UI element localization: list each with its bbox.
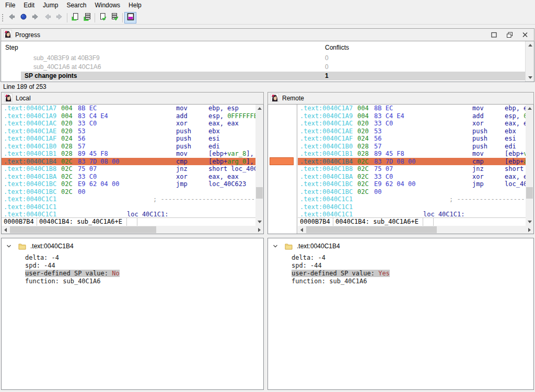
local-pane: Local .text:0040C1A70048B ECmovebp, esp.… bbox=[1, 92, 264, 234]
disasm-line[interactable]: .text:0040C1AC02033 C0xoreax, eax bbox=[2, 120, 255, 128]
scroll-down-icon[interactable] bbox=[258, 221, 262, 223]
forward-button[interactable] bbox=[29, 12, 41, 24]
scroll-up-icon[interactable] bbox=[528, 44, 532, 47]
tree-node[interactable]: .text:0040C1B4 bbox=[6, 241, 263, 251]
conflict-marker[interactable] bbox=[270, 157, 294, 165]
operand-segment: ebx bbox=[208, 128, 220, 135]
detail-line[interactable]: function: sub_40C1A6 bbox=[25, 278, 263, 285]
disasm-sp: 028 bbox=[357, 150, 374, 158]
menu-help[interactable]: Help bbox=[124, 0, 146, 11]
column-header-step[interactable]: Step bbox=[1, 44, 18, 51]
disasm-line[interactable]: .text:0040C1BC02CE9 62 04 00jmploc_40C62… bbox=[2, 180, 255, 188]
use-local-list-button[interactable] bbox=[81, 12, 93, 24]
menu-jump[interactable]: Jump bbox=[39, 0, 62, 11]
back-button[interactable] bbox=[5, 12, 17, 24]
disasm-line[interactable]: .text:0040C1BA02C33 C0xoreax, eax bbox=[2, 173, 255, 181]
accept-page-button[interactable] bbox=[97, 12, 109, 24]
remote-horizontal-scrollbar[interactable] bbox=[298, 226, 533, 234]
local-vertical-scrollbar[interactable] bbox=[255, 105, 263, 226]
detail-line[interactable]: spd: -44 bbox=[292, 262, 533, 270]
scrollbar-thumb[interactable] bbox=[526, 187, 533, 199]
disasm-line[interactable]: .text:0040C1AC02033 C0xoreax, eax bbox=[298, 120, 526, 128]
disasm-line[interactable]: .text:0040C1AF02456pushesi bbox=[298, 135, 526, 143]
disasm-line[interactable]: .text:0040C1AE02053pushebx bbox=[298, 128, 526, 135]
disasm-line[interactable]: .text:0040C1B402C83 7D 08 00cmp[ebp+arg_… bbox=[2, 158, 255, 166]
disasm-line[interactable]: .text:0040C1AF02456pushesi bbox=[2, 135, 255, 143]
disasm-line[interactable]: .text:0040C1C1; ------------------------… bbox=[2, 195, 255, 203]
next-button[interactable] bbox=[53, 12, 65, 24]
disasm-operands: esi bbox=[505, 135, 526, 143]
scrollbar-thumb[interactable] bbox=[10, 226, 156, 233]
scroll-right-icon[interactable] bbox=[528, 228, 531, 232]
disasm-line[interactable]: .text:0040C1B402C83 7D 08 00cmp[ebp+arg_… bbox=[298, 158, 526, 166]
disasm-line[interactable]: .text:0040C1A70048B ECmovebp, esp bbox=[2, 105, 255, 112]
disasm-line[interactable]: .text:0040C1AE02053pushebx bbox=[2, 128, 255, 135]
menu-windows[interactable]: Windows bbox=[90, 0, 124, 11]
disasm-line[interactable]: .text:0040C1BC02C00 bbox=[2, 188, 255, 196]
disasm-mnemonic: cmp bbox=[176, 158, 208, 166]
merge-view-icon bbox=[126, 13, 135, 22]
disasm-bytes: 57 bbox=[374, 143, 472, 151]
restore-button[interactable] bbox=[503, 30, 516, 40]
disasm-line[interactable]: .text:0040C1B002857pushedi bbox=[298, 143, 526, 151]
detail-line[interactable]: user-defined SP value: No bbox=[25, 270, 263, 278]
disasm-line[interactable]: .text:0040C1B102889 45 F8mov[ebp+var_8],… bbox=[2, 150, 255, 158]
disasm-line[interactable]: .text:0040C1C1loc_40C1C1: bbox=[2, 211, 255, 217]
disasm-line[interactable]: .text:0040C1C1loc_40C1C1: bbox=[298, 211, 526, 217]
disasm-line[interactable]: .text:0040C1C1 bbox=[298, 203, 526, 211]
disasm-line[interactable]: .text:0040C1C1; ------------------------… bbox=[298, 195, 526, 203]
menu-edit[interactable]: Edit bbox=[19, 0, 39, 11]
disasm-line[interactable]: .text:0040C1B002857pushedi bbox=[2, 143, 255, 151]
disasm-mnemonic: jmp bbox=[472, 180, 505, 188]
previous-button[interactable] bbox=[41, 12, 53, 24]
chevron-down-icon[interactable] bbox=[272, 243, 280, 249]
disasm-line[interactable]: .text:0040C1B802C75 07jnzshort loc_40C1C… bbox=[298, 165, 526, 173]
menu-file[interactable]: File bbox=[1, 0, 19, 11]
disasm-line[interactable]: .text:0040C1A900483 C4 E4addesp, 0FFFFFF… bbox=[298, 112, 526, 120]
back-arrow-icon bbox=[7, 13, 16, 22]
detail-line[interactable]: user-defined SP value: Yes bbox=[292, 270, 533, 278]
detail-line[interactable]: spd: -44 bbox=[25, 262, 263, 270]
disasm-line[interactable]: .text:0040C1B802C75 07jnzshort loc_40C1C… bbox=[2, 165, 255, 173]
detail-value: No bbox=[112, 270, 119, 277]
progress-row[interactable]: sub_40B3F9 at 40B3F90 bbox=[1, 54, 525, 63]
scroll-left-icon[interactable] bbox=[300, 228, 303, 232]
disasm-line[interactable]: .text:0040C1BA02C33 C0xoreax, eax bbox=[298, 173, 526, 181]
disasm-line[interactable]: .text:0040C1A70048B ECmovebp, esp bbox=[298, 105, 526, 112]
close-icon[interactable] bbox=[519, 30, 531, 40]
scroll-up-icon[interactable] bbox=[258, 107, 262, 110]
disasm-line[interactable]: .text:0040C1B102889 45 F8mov[ebp+var_8],… bbox=[298, 150, 526, 158]
operand-segment: [ebp+ bbox=[505, 158, 524, 165]
tree-node[interactable]: .text:0040C1B4 bbox=[272, 241, 533, 251]
chevron-down-icon[interactable] bbox=[6, 243, 13, 249]
remote-vertical-scrollbar[interactable] bbox=[526, 105, 533, 226]
disasm-line[interactable]: .text:0040C1A900483 C4 E4addesp, 0FFFFFF… bbox=[2, 112, 255, 120]
scroll-left-icon[interactable] bbox=[4, 228, 7, 232]
detail-line[interactable]: delta: -4 bbox=[292, 254, 533, 262]
stop-button[interactable] bbox=[17, 12, 29, 24]
scroll-up-icon[interactable] bbox=[528, 107, 532, 110]
disasm-line[interactable]: .text:0040C1C1 bbox=[2, 203, 255, 211]
detail-line[interactable]: delta: -4 bbox=[25, 254, 263, 262]
scrollbar-thumb[interactable] bbox=[256, 187, 263, 199]
use-local-page-button[interactable] bbox=[69, 12, 81, 24]
progress-row[interactable]: SP change points1 bbox=[1, 72, 525, 80]
detail-rows: delta: -4spd: -44user-defined SP value: … bbox=[25, 254, 263, 285]
maximize-button[interactable] bbox=[487, 30, 500, 40]
disasm-line[interactable]: .text:0040C1BC02C00 bbox=[298, 188, 526, 196]
scroll-down-icon[interactable] bbox=[528, 221, 532, 223]
local-horizontal-scrollbar[interactable] bbox=[2, 226, 263, 234]
scrollbar-thumb[interactable] bbox=[306, 226, 437, 233]
column-header-conflicts[interactable]: Conflicts bbox=[325, 41, 349, 54]
menu-search[interactable]: Search bbox=[62, 0, 90, 11]
progress-step: sub_40B3F9 at 40B3F9 bbox=[33, 54, 100, 63]
accept-list-button[interactable] bbox=[109, 12, 121, 24]
merge-view-button[interactable] bbox=[124, 12, 136, 24]
progress-row[interactable]: sub_40C1A6 at 40C1A60 bbox=[1, 63, 525, 72]
toolbar-drag-handle[interactable] bbox=[1, 13, 4, 22]
progress-vertical-scrollbar[interactable] bbox=[525, 41, 534, 82]
disasm-line[interactable]: .text:0040C1BC02CE9 62 04 00jmploc_40C62… bbox=[298, 180, 526, 188]
scroll-right-icon[interactable] bbox=[258, 228, 261, 232]
scroll-down-icon[interactable] bbox=[528, 76, 532, 79]
detail-line[interactable]: function: sub_40C1A6 bbox=[292, 278, 533, 285]
